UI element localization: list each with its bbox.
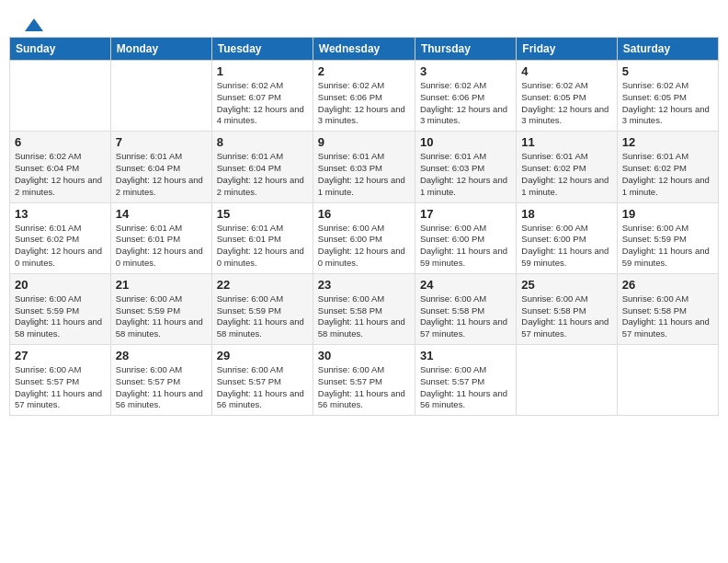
calendar-cell: 22Sunrise: 6:00 AM Sunset: 5:59 PM Dayli… xyxy=(211,273,313,344)
calendar-week-4: 20Sunrise: 6:00 AM Sunset: 5:59 PM Dayli… xyxy=(10,273,719,344)
calendar-body: 1Sunrise: 6:02 AM Sunset: 6:07 PM Daylig… xyxy=(10,61,719,416)
day-info: Sunrise: 6:02 AM Sunset: 6:04 PM Dayligh… xyxy=(15,151,106,198)
calendar-cell: 24Sunrise: 6:00 AM Sunset: 5:58 PM Dayli… xyxy=(415,273,516,344)
calendar-cell: 4Sunrise: 6:02 AM Sunset: 6:05 PM Daylig… xyxy=(517,61,617,132)
day-info: Sunrise: 6:00 AM Sunset: 5:59 PM Dayligh… xyxy=(622,223,713,270)
day-number: 28 xyxy=(116,349,207,362)
day-info: Sunrise: 6:02 AM Sunset: 6:06 PM Dayligh… xyxy=(420,80,511,127)
day-number: 16 xyxy=(318,207,410,221)
page-header xyxy=(9,9,719,32)
day-info: Sunrise: 6:01 AM Sunset: 6:02 PM Dayligh… xyxy=(622,151,713,198)
calendar-cell xyxy=(110,61,211,132)
day-info: Sunrise: 6:01 AM Sunset: 6:01 PM Dayligh… xyxy=(217,223,308,270)
calendar-cell: 5Sunrise: 6:02 AM Sunset: 6:05 PM Daylig… xyxy=(617,61,718,132)
day-info: Sunrise: 6:02 AM Sunset: 6:05 PM Dayligh… xyxy=(622,80,713,127)
day-number: 10 xyxy=(420,135,511,149)
day-info: Sunrise: 6:00 AM Sunset: 5:57 PM Dayligh… xyxy=(217,364,308,411)
calendar-cell: 18Sunrise: 6:00 AM Sunset: 6:00 PM Dayli… xyxy=(517,202,617,273)
calendar-cell xyxy=(517,345,617,416)
logo xyxy=(23,18,45,28)
calendar-header-wednesday: Wednesday xyxy=(313,38,415,61)
calendar-week-1: 1Sunrise: 6:02 AM Sunset: 6:07 PM Daylig… xyxy=(10,61,719,132)
day-info: Sunrise: 6:00 AM Sunset: 5:58 PM Dayligh… xyxy=(318,293,410,340)
calendar-cell: 13Sunrise: 6:01 AM Sunset: 6:02 PM Dayli… xyxy=(10,202,111,273)
day-info: Sunrise: 6:01 AM Sunset: 6:04 PM Dayligh… xyxy=(116,151,207,198)
day-number: 23 xyxy=(318,278,410,292)
calendar-header-thursday: Thursday xyxy=(415,38,516,61)
day-number: 14 xyxy=(116,207,207,221)
calendar-cell: 20Sunrise: 6:00 AM Sunset: 5:59 PM Dayli… xyxy=(10,273,111,344)
calendar-header-row: SundayMondayTuesdayWednesdayThursdayFrid… xyxy=(10,38,719,61)
day-number: 24 xyxy=(420,278,511,292)
calendar-week-3: 13Sunrise: 6:01 AM Sunset: 6:02 PM Dayli… xyxy=(10,202,719,273)
calendar-table: SundayMondayTuesdayWednesdayThursdayFrid… xyxy=(9,37,719,416)
calendar-cell: 12Sunrise: 6:01 AM Sunset: 6:02 PM Dayli… xyxy=(617,132,718,202)
day-info: Sunrise: 6:00 AM Sunset: 5:58 PM Dayligh… xyxy=(521,293,611,340)
calendar-header-saturday: Saturday xyxy=(617,38,718,61)
calendar-header-monday: Monday xyxy=(110,38,211,61)
day-info: Sunrise: 6:00 AM Sunset: 6:00 PM Dayligh… xyxy=(521,223,611,270)
day-number: 17 xyxy=(420,207,511,221)
day-number: 8 xyxy=(217,135,308,149)
day-number: 3 xyxy=(420,64,511,78)
calendar-header-tuesday: Tuesday xyxy=(211,38,313,61)
day-number: 13 xyxy=(15,207,106,221)
day-info: Sunrise: 6:00 AM Sunset: 5:57 PM Dayligh… xyxy=(116,364,207,411)
day-number: 1 xyxy=(217,64,308,78)
day-info: Sunrise: 6:02 AM Sunset: 6:07 PM Dayligh… xyxy=(217,80,308,127)
day-number: 9 xyxy=(318,135,410,149)
day-info: Sunrise: 6:00 AM Sunset: 5:57 PM Dayligh… xyxy=(420,364,511,411)
day-number: 25 xyxy=(521,278,611,292)
day-info: Sunrise: 6:01 AM Sunset: 6:03 PM Dayligh… xyxy=(420,151,511,198)
calendar-cell: 21Sunrise: 6:00 AM Sunset: 5:59 PM Dayli… xyxy=(110,273,211,344)
calendar-cell: 31Sunrise: 6:00 AM Sunset: 5:57 PM Dayli… xyxy=(415,345,516,416)
svg-marker-0 xyxy=(25,18,43,31)
calendar-cell: 7Sunrise: 6:01 AM Sunset: 6:04 PM Daylig… xyxy=(110,132,211,202)
day-number: 29 xyxy=(217,349,308,362)
calendar-cell: 8Sunrise: 6:01 AM Sunset: 6:04 PM Daylig… xyxy=(211,132,313,202)
day-number: 21 xyxy=(116,278,207,292)
calendar-cell: 28Sunrise: 6:00 AM Sunset: 5:57 PM Dayli… xyxy=(110,345,211,416)
day-number: 20 xyxy=(15,278,106,292)
day-info: Sunrise: 6:02 AM Sunset: 6:06 PM Dayligh… xyxy=(318,80,410,127)
day-number: 6 xyxy=(15,135,106,149)
day-info: Sunrise: 6:00 AM Sunset: 5:57 PM Dayligh… xyxy=(15,364,106,411)
day-number: 31 xyxy=(420,349,511,362)
calendar-cell: 29Sunrise: 6:00 AM Sunset: 5:57 PM Dayli… xyxy=(211,345,313,416)
day-number: 27 xyxy=(15,349,106,362)
calendar-cell: 25Sunrise: 6:00 AM Sunset: 5:58 PM Dayli… xyxy=(517,273,617,344)
day-number: 30 xyxy=(318,349,410,362)
calendar-cell: 30Sunrise: 6:00 AM Sunset: 5:57 PM Dayli… xyxy=(313,345,415,416)
calendar-cell: 27Sunrise: 6:00 AM Sunset: 5:57 PM Dayli… xyxy=(10,345,111,416)
day-number: 12 xyxy=(622,135,713,149)
day-info: Sunrise: 6:01 AM Sunset: 6:04 PM Dayligh… xyxy=(217,151,308,198)
day-number: 26 xyxy=(622,278,713,292)
calendar-cell: 3Sunrise: 6:02 AM Sunset: 6:06 PM Daylig… xyxy=(415,61,516,132)
calendar-header-sunday: Sunday xyxy=(10,38,111,61)
day-number: 5 xyxy=(622,64,713,78)
calendar-cell: 11Sunrise: 6:01 AM Sunset: 6:02 PM Dayli… xyxy=(517,132,617,202)
calendar-week-5: 27Sunrise: 6:00 AM Sunset: 5:57 PM Dayli… xyxy=(10,345,719,416)
calendar-cell: 2Sunrise: 6:02 AM Sunset: 6:06 PM Daylig… xyxy=(313,61,415,132)
calendar-cell: 9Sunrise: 6:01 AM Sunset: 6:03 PM Daylig… xyxy=(313,132,415,202)
day-info: Sunrise: 6:00 AM Sunset: 6:00 PM Dayligh… xyxy=(420,223,511,270)
day-number: 11 xyxy=(521,135,611,149)
calendar-cell: 10Sunrise: 6:01 AM Sunset: 6:03 PM Dayli… xyxy=(415,132,516,202)
calendar-header-friday: Friday xyxy=(517,38,617,61)
day-number: 18 xyxy=(521,207,611,221)
day-info: Sunrise: 6:00 AM Sunset: 6:00 PM Dayligh… xyxy=(318,223,410,270)
calendar-cell: 16Sunrise: 6:00 AM Sunset: 6:00 PM Dayli… xyxy=(313,202,415,273)
calendar-cell xyxy=(617,345,718,416)
day-number: 2 xyxy=(318,64,410,78)
day-info: Sunrise: 6:00 AM Sunset: 5:58 PM Dayligh… xyxy=(622,293,713,340)
day-info: Sunrise: 6:01 AM Sunset: 6:02 PM Dayligh… xyxy=(521,151,611,198)
day-info: Sunrise: 6:02 AM Sunset: 6:05 PM Dayligh… xyxy=(521,80,611,127)
day-info: Sunrise: 6:00 AM Sunset: 5:57 PM Dayligh… xyxy=(318,364,410,411)
calendar-cell: 19Sunrise: 6:00 AM Sunset: 5:59 PM Dayli… xyxy=(617,202,718,273)
calendar-cell: 6Sunrise: 6:02 AM Sunset: 6:04 PM Daylig… xyxy=(10,132,111,202)
day-number: 7 xyxy=(116,135,207,149)
day-info: Sunrise: 6:00 AM Sunset: 5:58 PM Dayligh… xyxy=(420,293,511,340)
calendar-cell xyxy=(10,61,111,132)
calendar-cell: 1Sunrise: 6:02 AM Sunset: 6:07 PM Daylig… xyxy=(211,61,313,132)
day-info: Sunrise: 6:01 AM Sunset: 6:01 PM Dayligh… xyxy=(116,223,207,270)
